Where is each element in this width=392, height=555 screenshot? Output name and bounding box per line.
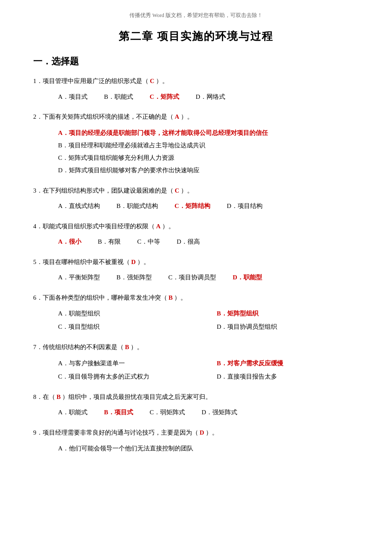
questions-container: 1．项目管理中应用最广泛的组织形式是（ C ）。A．项目式B．职能式C．矩阵式D…: [33, 76, 359, 455]
option: C．矩阵结构: [175, 200, 210, 212]
option: D．很高: [177, 236, 200, 248]
option: A．平衡矩阵型: [58, 271, 100, 284]
question-text: 1．项目管理中应用最广泛的组织形式是（ C ）。: [33, 76, 359, 87]
options-row: A．直线式结构B．职能式结构C．矩阵结构D．项目结构: [58, 200, 359, 212]
option: B．职能式: [104, 91, 133, 103]
options-container: A．职能式B．项目式C．弱矩阵式D．强矩阵式: [33, 406, 359, 418]
question-text: 5．项目在哪种组织中最不被重视（ D ）。: [33, 257, 359, 268]
option: C．弱矩阵式: [150, 406, 185, 418]
question-text: 6．下面各种类型的组织中，哪种最常发生冲突（ B ）。: [33, 293, 359, 303]
options-row: A．平衡矩阵型B．强矩阵型C．项目协调员型D．职能型: [58, 271, 359, 284]
question-block: 8．在（ B ）组织中，项目成员最担忧在项目完成之后无家可归。A．职能式B．项目…: [33, 392, 359, 418]
options-container: A．他们可能会领导一个他们无法直接控制的团队: [33, 442, 359, 455]
option: A．职能式: [58, 406, 88, 418]
question-text: 9．项目经理需要非常良好的沟通与讨论技巧，主要是因为（ D ）。: [33, 428, 359, 438]
options-container: A．项目式B．职能式C．矩阵式D．网络式: [33, 91, 359, 103]
option: D．矩阵式项目组织能够对客户的要求作出快速响应: [58, 167, 200, 174]
option: D．项目协调员型组织: [217, 320, 359, 333]
options-row: A．项目式B．职能式C．矩阵式D．网络式: [58, 91, 359, 103]
top-banner: 传播优秀 Word 版文档，希望对您有帮助，可双击去除！: [33, 8, 359, 19]
question-block: 3．在下列组织结构形式中，团队建设最困难的是（ C ）。A．直线式结构B．职能式…: [33, 186, 359, 212]
option-row: D．矩阵式项目组织能够对客户的要求作出快速响应: [58, 164, 359, 176]
options-container: A．平衡矩阵型B．强矩阵型C．项目协调员型D．职能型: [33, 271, 359, 284]
question-block: 9．项目经理需要非常良好的沟通与讨论技巧，主要是因为（ D ）。A．他们可能会领…: [33, 428, 359, 455]
option: C．中等: [137, 236, 160, 248]
options-container: A．项目的经理必须是职能部门领导，这样才能取得公司总经理对项目的信任B．项目经理…: [33, 127, 359, 176]
option: B．项目式: [104, 406, 133, 418]
option: A．直线式结构: [58, 200, 100, 212]
question-block: 2．下面有关矩阵式组织环境的描述，不正确的是（ A ）。A．项目的经理必须是职能…: [33, 112, 359, 176]
question-text: 8．在（ B ）组织中，项目成员最担忧在项目完成之后无家可归。: [33, 392, 359, 403]
options-row: A．很小B．有限C．中等D．很高: [58, 236, 359, 248]
option: C．矩阵式: [150, 91, 179, 103]
question-block: 6．下面各种类型的组织中，哪种最常发生冲突（ B ）。A．职能型组织B．矩阵型组…: [33, 293, 359, 333]
question-text: 3．在下列组织结构形式中，团队建设最困难的是（ C ）。: [33, 186, 359, 196]
option: D．职能型: [233, 271, 262, 284]
option: B．强矩阵型: [117, 271, 152, 284]
option: A．职能型组织: [58, 307, 200, 320]
option: C．项目领导拥有太多的正式权力: [58, 370, 200, 383]
question-block: 5．项目在哪种组织中最不被重视（ D ）。A．平衡矩阵型B．强矩阵型C．项目协调…: [33, 257, 359, 284]
section-title: 一．选择题: [33, 55, 359, 68]
question-block: 1．项目管理中应用最广泛的组织形式是（ C ）。A．项目式B．职能式C．矩阵式D…: [33, 76, 359, 103]
question-text: 7．传统组织结构的不利因素是（ B ）。: [33, 342, 359, 353]
option: B．对客户需求反应缓慢: [217, 357, 359, 369]
option: B．职能式结构: [117, 200, 158, 212]
option: B．项目经理和职能经理必须就谁占主导地位达成共识: [58, 142, 205, 149]
options-grid: A．与客户接触渠道单一B．对客户需求反应缓慢C．项目领导拥有太多的正式权力D．直…: [58, 357, 359, 383]
option: D．直接项目报告太多: [217, 370, 359, 383]
question-text: 2．下面有关矩阵式组织环境的描述，不正确的是（ A ）。: [33, 112, 359, 122]
question-text: 4．职能式项目组织形式中项目经理的权限（ A ）。: [33, 221, 359, 232]
option: D．网络式: [196, 91, 225, 103]
options-container: A．职能型组织B．矩阵型组织C．项目型组织D．项目协调员型组织: [33, 307, 359, 333]
question-block: 7．传统组织结构的不利因素是（ B ）。A．与客户接触渠道单一B．对客户需求反应…: [33, 342, 359, 383]
option: C．项目型组织: [58, 320, 200, 333]
options-grid: A．职能型组织B．矩阵型组织C．项目型组织D．项目协调员型组织: [58, 307, 359, 333]
options-container: A．与客户接触渠道单一B．对客户需求反应缓慢C．项目领导拥有太多的正式权力D．直…: [33, 357, 359, 383]
option: A．与客户接触渠道单一: [58, 357, 200, 369]
option: A．项目的经理必须是职能部门领导，这样才能取得公司总经理对项目的信任: [58, 130, 268, 136]
option: D．强矩阵式: [202, 406, 237, 418]
option: C．矩阵式项目组织能够充分利用人力资源: [58, 154, 174, 161]
option-row: B．项目经理和职能经理必须就谁占主导地位达成共识: [58, 139, 359, 152]
question-block: 4．职能式项目组织形式中项目经理的权限（ A ）。A．很小B．有限C．中等D．很…: [33, 221, 359, 248]
page: 传播优秀 Word 版文档，希望对您有帮助，可双击去除！ 第二章 项目实施的环境…: [0, 0, 392, 555]
options-container: A．很小B．有限C．中等D．很高: [33, 236, 359, 248]
option: C．项目协调员型: [168, 271, 216, 284]
option-row: C．矩阵式项目组织能够充分利用人力资源: [58, 152, 359, 164]
chapter-title: 第二章 项目实施的环境与过程: [33, 29, 359, 44]
option: B．有限: [98, 236, 121, 248]
option: A．他们可能会领导一个他们无法直接控制的团队: [58, 445, 193, 452]
option: A．很小: [58, 236, 81, 248]
option: D．项目结构: [227, 200, 263, 212]
option: B．矩阵型组织: [217, 307, 359, 320]
option-row: A．他们可能会领导一个他们无法直接控制的团队: [58, 442, 359, 455]
option-row: A．项目的经理必须是职能部门领导，这样才能取得公司总经理对项目的信任: [58, 127, 359, 139]
option: A．项目式: [58, 91, 88, 103]
options-row: A．职能式B．项目式C．弱矩阵式D．强矩阵式: [58, 406, 359, 418]
options-container: A．直线式结构B．职能式结构C．矩阵结构D．项目结构: [33, 200, 359, 212]
